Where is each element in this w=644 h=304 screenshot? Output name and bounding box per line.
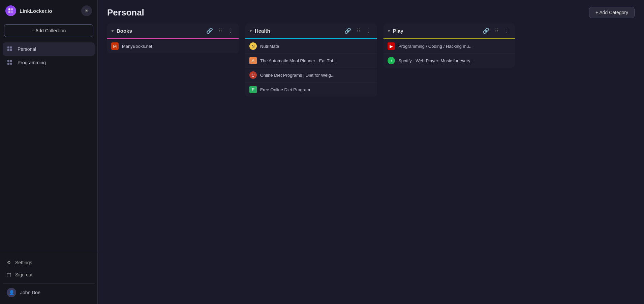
sidebar: LinkLocker.io ☀ + Add Collection Persona… (0, 0, 98, 304)
link-title: Spotify - Web Player: Music for every... (398, 58, 495, 63)
column-header-books: ▼ Books 🔗 ⠿ ⋮ (107, 24, 239, 39)
column-books: ▼ Books 🔗 ⠿ ⋮ M ManyBooks.net ⠿ ⋮ (107, 24, 239, 297)
col-expand-books[interactable]: ▼ (111, 29, 115, 33)
signout-label: Sign out (15, 272, 32, 277)
sidebar-bottom: ⚙ Settings ⬚ Sign out 👤 John Doe (0, 251, 97, 304)
main-content: Personal + Add Category ▼ Books 🔗 ⠿ ⋮ M … (98, 0, 644, 304)
svg-rect-6 (7, 49, 9, 51)
link-favicon: M (111, 42, 119, 50)
col-drag-icon-books[interactable]: ⠿ (217, 27, 224, 35)
settings-item[interactable]: ⚙ Settings (3, 257, 95, 269)
column-header-play: ▼ Play 🔗 ⠿ ⋮ (384, 24, 515, 39)
link-menu-btn[interactable]: ⋮ (367, 43, 373, 49)
col-title-health: Health (255, 28, 341, 34)
list-item[interactable]: N NutriMate ⠿ ⋮ (245, 39, 377, 54)
svg-rect-11 (10, 63, 12, 65)
main-header: Personal + Add Category (98, 0, 644, 24)
svg-rect-0 (8, 8, 10, 10)
column-header-health: ▼ Health 🔗 ⠿ ⋮ (245, 24, 377, 39)
link-favicon: N (249, 42, 257, 50)
col-drag-icon-play[interactable]: ⠿ (493, 27, 500, 35)
svg-rect-1 (11, 8, 13, 10)
sidebar-item-programming[interactable]: Programming ⋮ (3, 56, 95, 69)
programming-icon (7, 59, 13, 66)
page-title: Personal (107, 7, 144, 18)
col-actions-health: 🔗 ⠿ ⋮ (343, 27, 373, 35)
signout-icon: ⬚ (7, 272, 11, 277)
link-menu-btn[interactable]: ⋮ (505, 43, 511, 49)
svg-rect-2 (8, 11, 10, 13)
link-menu-btn[interactable]: ⋮ (228, 43, 235, 49)
settings-label: Settings (15, 260, 32, 265)
link-favicon: A (249, 57, 257, 64)
link-drag-btn[interactable]: ⠿ (498, 57, 503, 64)
link-title: Programming / Coding / Hacking mu... (398, 44, 495, 49)
sidebar-item-personal[interactable]: Personal ⋮ (3, 42, 95, 56)
link-menu-btn[interactable]: ⋮ (367, 86, 373, 93)
personal-label: Personal (18, 46, 81, 52)
logo-area: LinkLocker.io (5, 5, 52, 16)
app-logo-icon (5, 5, 16, 16)
link-favicon: F (249, 86, 257, 93)
link-drag-btn[interactable]: ⠿ (360, 86, 365, 93)
column-items-books: M ManyBooks.net ⠿ ⋮ (107, 39, 239, 53)
col-menu-icon-health[interactable]: ⋮ (365, 27, 373, 35)
link-favicon: ♪ (388, 57, 395, 64)
link-favicon: ▶ (388, 42, 395, 50)
col-menu-icon-play[interactable]: ⋮ (503, 27, 511, 35)
user-area: 👤 John Doe (3, 283, 95, 299)
svg-rect-7 (10, 49, 12, 51)
col-title-play: Play (393, 28, 479, 34)
programming-label: Programming (18, 60, 81, 65)
sidebar-header: LinkLocker.io ☀ (0, 0, 97, 22)
nav-items: Personal ⋮ Programming ⋮ (0, 42, 97, 251)
link-title: Online Diet Programs | Diet for Weig... (260, 73, 357, 78)
settings-icon: ⚙ (7, 260, 11, 265)
link-drag-btn[interactable]: ⠿ (498, 43, 503, 49)
col-expand-health[interactable]: ▼ (249, 29, 253, 33)
columns-area: ▼ Books 🔗 ⠿ ⋮ M ManyBooks.net ⠿ ⋮ ▼ Heal… (98, 24, 644, 304)
link-drag-btn[interactable]: ⠿ (360, 72, 365, 78)
svg-rect-4 (7, 46, 9, 48)
column-health: ▼ Health 🔗 ⠿ ⋮ N NutriMate ⠿ ⋮ A The Aut… (245, 24, 377, 297)
link-title: NutriMate (260, 44, 357, 49)
column-play: ▼ Play 🔗 ⠿ ⋮ ▶ Programming / Coding / Ha… (384, 24, 515, 297)
list-item[interactable]: F Free Online Diet Program ⠿ ⋮ (245, 82, 377, 97)
link-menu-btn[interactable]: ⋮ (367, 72, 373, 78)
link-title: Free Online Diet Program (260, 87, 357, 92)
app-name: LinkLocker.io (20, 8, 52, 14)
col-link-icon-play[interactable]: 🔗 (481, 27, 491, 35)
col-actions-play: 🔗 ⠿ ⋮ (481, 27, 511, 35)
link-menu-btn[interactable]: ⋮ (367, 57, 373, 64)
list-item[interactable]: ▶ Programming / Coding / Hacking mu... ⠿… (384, 39, 515, 54)
link-drag-btn[interactable]: ⠿ (360, 43, 365, 49)
col-expand-play[interactable]: ▼ (387, 29, 391, 33)
user-avatar: 👤 (7, 288, 16, 297)
list-item[interactable]: C Online Diet Programs | Diet for Weig..… (245, 68, 377, 82)
col-drag-icon-health[interactable]: ⠿ (355, 27, 362, 35)
svg-rect-9 (10, 60, 12, 62)
svg-rect-10 (7, 63, 9, 65)
personal-icon (7, 46, 13, 53)
add-category-button[interactable]: + Add Category (589, 7, 635, 18)
signout-item[interactable]: ⬚ Sign out (3, 269, 95, 281)
link-menu-btn[interactable]: ⋮ (505, 57, 511, 64)
list-item[interactable]: ♪ Spotify - Web Player: Music for every.… (384, 54, 515, 68)
theme-toggle-button[interactable]: ☀ (81, 5, 92, 16)
link-title: ManyBooks.net (122, 44, 218, 49)
link-title: The Automatic Meal Planner - Eat Thi... (260, 58, 357, 63)
list-item[interactable]: M ManyBooks.net ⠿ ⋮ (107, 39, 239, 53)
col-link-icon-health[interactable]: 🔗 (343, 27, 352, 35)
svg-rect-5 (10, 46, 12, 48)
link-favicon: C (249, 71, 257, 79)
col-actions-books: 🔗 ⠿ ⋮ (205, 27, 235, 35)
add-collection-button[interactable]: + Add Collection (4, 24, 93, 37)
col-link-icon-books[interactable]: 🔗 (205, 27, 214, 35)
col-menu-icon-books[interactable]: ⋮ (226, 27, 235, 35)
link-drag-btn[interactable]: ⠿ (360, 57, 365, 64)
svg-rect-8 (7, 60, 9, 62)
list-item[interactable]: A The Automatic Meal Planner - Eat Thi..… (245, 54, 377, 68)
column-items-health: N NutriMate ⠿ ⋮ A The Automatic Meal Pla… (245, 39, 377, 97)
link-drag-btn[interactable]: ⠿ (222, 43, 226, 49)
svg-rect-3 (11, 11, 13, 13)
